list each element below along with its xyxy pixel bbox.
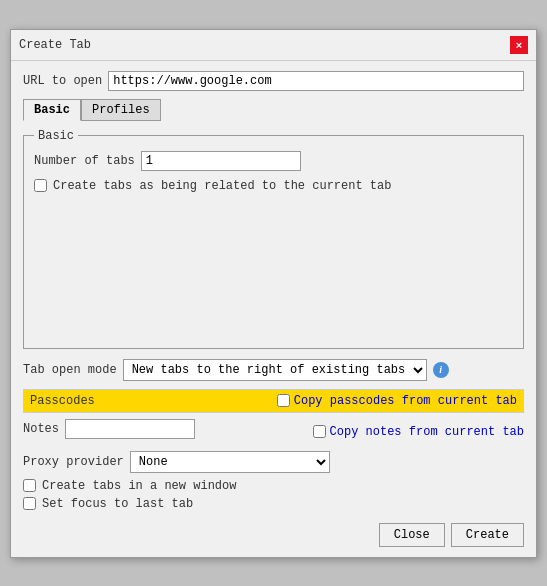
notes-input[interactable]: [65, 419, 195, 439]
dialog-close-button[interactable]: ×: [510, 36, 528, 54]
number-row: Number of tabs: [34, 151, 513, 171]
tab-basic[interactable]: Basic: [23, 99, 81, 121]
url-input[interactable]: [108, 71, 524, 91]
url-label: URL to open: [23, 74, 102, 88]
create-tab-dialog: Create Tab × URL to open Basic Profiles …: [10, 29, 537, 558]
bottom-buttons: Close Create: [23, 519, 524, 547]
url-row: URL to open: [23, 71, 524, 91]
create-button[interactable]: Create: [451, 523, 524, 547]
tab-open-info-icon[interactable]: i: [433, 362, 449, 378]
tab-open-row: Tab open mode New tabs to the right of e…: [23, 359, 524, 381]
proxy-label: Proxy provider: [23, 455, 124, 469]
close-button[interactable]: Close: [379, 523, 445, 547]
new-window-checkbox[interactable]: [23, 479, 36, 492]
copy-passcodes-label: Copy passcodes from current tab: [294, 394, 517, 408]
dialog-body: URL to open Basic Profiles Basic Number …: [11, 61, 536, 557]
related-tab-row: Create tabs as being related to the curr…: [34, 179, 513, 193]
new-window-label: Create tabs in a new window: [42, 479, 236, 493]
dialog-title: Create Tab: [19, 38, 91, 52]
focus-last-checkbox[interactable]: [23, 497, 36, 510]
proxy-row: Proxy provider None: [23, 451, 524, 473]
notes-left: Notes: [23, 419, 195, 439]
notes-full-row: Notes Copy notes from current tab: [23, 419, 524, 445]
copy-passcodes-checkbox[interactable]: [277, 394, 290, 407]
focus-last-label: Set focus to last tab: [42, 497, 193, 511]
title-bar: Create Tab ×: [11, 30, 536, 61]
basic-legend: Basic: [34, 129, 78, 143]
tab-open-select[interactable]: New tabs to the right of existing tabs N…: [123, 359, 427, 381]
focus-last-row: Set focus to last tab: [23, 497, 524, 511]
related-tab-checkbox[interactable]: [34, 179, 47, 192]
passcodes-label: Passcodes: [30, 394, 95, 408]
new-window-row: Create tabs in a new window: [23, 479, 524, 493]
copy-notes-row: Copy notes from current tab: [313, 425, 524, 439]
number-label: Number of tabs: [34, 154, 135, 168]
number-input[interactable]: [141, 151, 301, 171]
tab-row: Basic Profiles: [23, 99, 524, 121]
related-tab-label: Create tabs as being related to the curr…: [53, 179, 391, 193]
passcode-copy-row: Copy passcodes from current tab: [277, 394, 517, 408]
copy-notes-checkbox[interactable]: [313, 425, 326, 438]
copy-notes-label: Copy notes from current tab: [330, 425, 524, 439]
passcodes-row: Passcodes Copy passcodes from current ta…: [23, 389, 524, 413]
basic-fieldset: Basic Number of tabs Create tabs as bein…: [23, 129, 524, 349]
tab-open-label: Tab open mode: [23, 363, 117, 377]
tab-profiles[interactable]: Profiles: [81, 99, 161, 121]
proxy-select[interactable]: None: [130, 451, 330, 473]
notes-label: Notes: [23, 422, 59, 436]
